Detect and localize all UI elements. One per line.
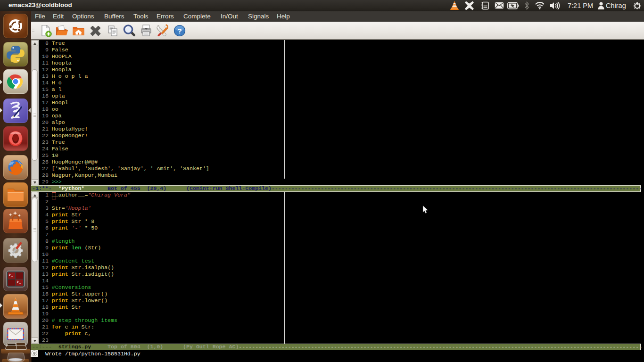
svg-text:?: ? [177,27,182,35]
